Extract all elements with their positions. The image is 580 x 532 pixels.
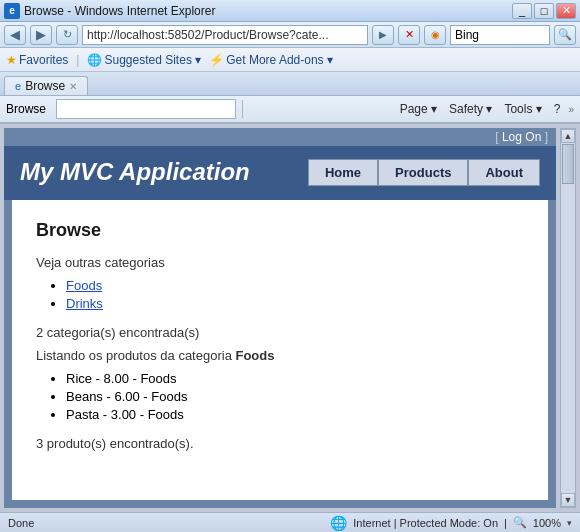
list-item: Foods (66, 278, 524, 293)
status-right: 🌐 Internet | Protected Mode: On | 🔍 100%… (330, 515, 572, 531)
nav-menu: Home Products About (308, 159, 540, 186)
listing-prefix: Listando os produtos da categoria (36, 348, 235, 363)
zoom-icon: 🔍 (513, 516, 527, 529)
globe-icon: 🌐 (87, 53, 102, 67)
toolbar-right: Page ▾ Safety ▾ Tools ▾ ? » (396, 100, 574, 118)
globe-icon: 🌐 (330, 515, 347, 531)
separator: | (76, 53, 79, 67)
minimize-button[interactable]: _ (512, 3, 532, 19)
window-title: Browse - Windows Internet Explorer (24, 4, 512, 18)
category-count: 2 categoria(s) encontrada(s) (36, 325, 524, 340)
browser-content: [ Log On ] My MVC Application Home Produ… (0, 124, 580, 512)
safety-button[interactable]: Safety ▾ (445, 100, 496, 118)
list-item: Pasta - 3.00 - Foods (66, 407, 524, 422)
scroll-thumb[interactable] (562, 144, 574, 184)
scroll-track (561, 143, 575, 493)
favorites-button[interactable]: ★ Favorites (6, 53, 68, 67)
tab-bar: e Browse ✕ (0, 72, 580, 96)
rss-button[interactable]: ◉ (424, 25, 446, 45)
nav-about[interactable]: About (468, 159, 540, 186)
list-item: Drinks (66, 296, 524, 311)
address-bar: ◀ ▶ ↻ ▶ ✕ ◉ 🔍 (0, 22, 580, 48)
close-button[interactable]: ✕ (556, 3, 576, 19)
favorites-bar: ★ Favorites | 🌐 Suggested Sites ▾ ⚡ Get … (0, 48, 580, 72)
log-on-bar: [ Log On ] (4, 128, 556, 146)
listing-text: Listando os produtos da categoria Foods (36, 348, 524, 363)
scroll-up-button[interactable]: ▲ (561, 129, 575, 143)
foods-link[interactable]: Foods (66, 278, 102, 293)
close-tab-icon[interactable]: ✕ (69, 81, 77, 92)
page-frame: [ Log On ] My MVC Application Home Produ… (4, 128, 556, 508)
suggested-sites-link[interactable]: 🌐 Suggested Sites ▾ (87, 53, 201, 67)
status-bar: Done 🌐 Internet | Protected Mode: On | 🔍… (0, 512, 580, 532)
tab-icon: e (15, 80, 21, 92)
browse-label: Browse (6, 102, 46, 116)
page-button[interactable]: Page ▾ (396, 100, 441, 118)
maximize-button[interactable]: □ (534, 3, 554, 19)
search-input[interactable] (450, 25, 550, 45)
search-button[interactable]: 🔍 (554, 25, 576, 45)
vertical-scrollbar[interactable]: ▲ ▼ (560, 128, 576, 508)
list-item: Rice - 8.00 - Foods (66, 371, 524, 386)
drinks-link[interactable]: Drinks (66, 296, 103, 311)
refresh-stop-button[interactable]: ✕ (398, 25, 420, 45)
expand-icon: » (568, 104, 574, 115)
nav-home[interactable]: Home (308, 159, 378, 186)
back-button[interactable]: ◀ (4, 25, 26, 45)
help-button[interactable]: ? (550, 100, 565, 118)
forward-button[interactable]: ▶ (30, 25, 52, 45)
app-title: My MVC Application (20, 158, 250, 186)
product-count: 3 produto(s) encontrado(s). (36, 436, 524, 451)
log-on-link[interactable]: Log On (502, 130, 545, 144)
window-controls: _ □ ✕ (512, 3, 576, 19)
zoom-level: 100% (533, 517, 561, 529)
app-icon: e (4, 3, 20, 19)
scroll-down-button[interactable]: ▼ (561, 493, 575, 507)
separator1 (242, 100, 243, 118)
app-header: My MVC Application Home Products About (4, 146, 556, 200)
go-button[interactable]: ▶ (372, 25, 394, 45)
refresh-button[interactable]: ↻ (56, 25, 78, 45)
list-item: Beans - 6.00 - Foods (66, 389, 524, 404)
tab-browse[interactable]: e Browse ✕ (4, 76, 88, 95)
toolbar: Browse Page ▾ Safety ▾ Tools ▾ ? » (0, 96, 580, 124)
listing-category: Foods (235, 348, 274, 363)
get-more-addons-link[interactable]: ⚡ Get More Add-ons ▾ (209, 53, 333, 67)
nav-products[interactable]: Products (378, 159, 468, 186)
zoom-arrow-icon[interactable]: ▾ (567, 518, 572, 528)
zoom-separator: | (504, 517, 507, 529)
addons-icon: ⚡ (209, 53, 224, 67)
content-area: Browse Veja outras categorias Foods Drin… (12, 200, 548, 500)
address-input[interactable] (82, 25, 368, 45)
star-icon: ★ (6, 53, 17, 67)
subtitle-text: Veja outras categorias (36, 255, 524, 270)
status-text: Done (8, 517, 34, 529)
zone-text: Internet | Protected Mode: On (353, 517, 498, 529)
page-title: Browse (36, 220, 524, 241)
product-list: Rice - 8.00 - Foods Beans - 6.00 - Foods… (36, 371, 524, 422)
page-search-input[interactable] (56, 99, 236, 119)
category-list: Foods Drinks (36, 278, 524, 311)
tools-button[interactable]: Tools ▾ (500, 100, 545, 118)
title-bar: e Browse - Windows Internet Explorer _ □… (0, 0, 580, 22)
